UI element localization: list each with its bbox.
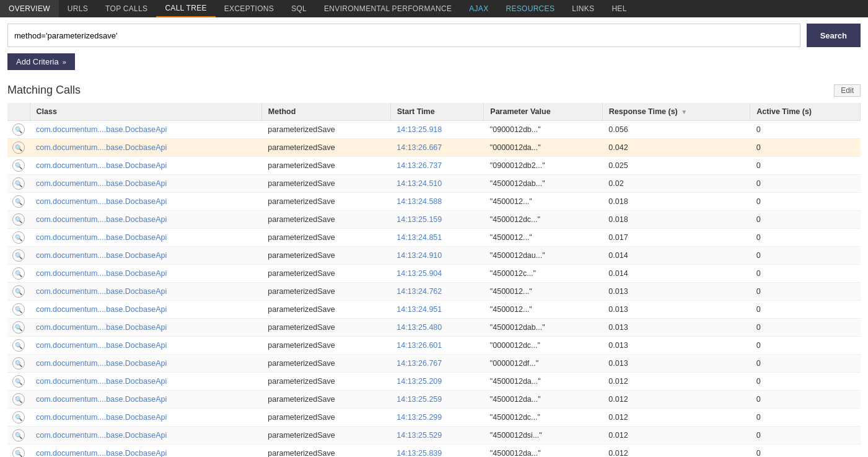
chevron-icon: » xyxy=(63,58,66,66)
row-response-time: 0.014 xyxy=(602,247,750,265)
row-icon-cell: 🔍 xyxy=(7,337,30,355)
row-start-time: 14:13:26.767 xyxy=(390,355,484,373)
row-response-time: 0.014 xyxy=(602,265,750,283)
nav-exceptions[interactable]: EXCEPTIONS xyxy=(216,0,283,17)
row-class: com.documentum....base.DocbaseApi xyxy=(30,337,261,355)
results-table: Class Method Start Time Parameter Value … xyxy=(7,103,861,457)
row-start-time: 14:13:26.601 xyxy=(390,337,484,355)
row-class: com.documentum....base.DocbaseApi xyxy=(30,283,261,301)
row-param-value: "4500012dc..." xyxy=(484,211,603,229)
nav-hel[interactable]: HEL xyxy=(603,0,635,17)
search-row-icon[interactable]: 🔍 xyxy=(12,393,25,406)
search-row-icon[interactable]: 🔍 xyxy=(12,123,25,136)
row-response-time: 0.013 xyxy=(602,319,750,337)
table-row: 🔍com.documentum....base.DocbaseApiparame… xyxy=(7,391,861,409)
row-start-time: 14:13:25.918 xyxy=(390,121,484,139)
row-param-value: "4500012dsi..." xyxy=(484,427,603,445)
row-class: com.documentum....base.DocbaseApi xyxy=(30,391,261,409)
row-active-time: 0 xyxy=(750,373,861,391)
row-active-time: 0 xyxy=(750,211,861,229)
search-row-icon[interactable]: 🔍 xyxy=(12,429,25,441)
col-start-time: Start Time xyxy=(390,103,484,121)
section-header: Matching Calls Edit xyxy=(7,84,861,97)
col-response-time[interactable]: Response Time (s) ▼ xyxy=(602,103,750,121)
row-start-time: 14:13:25.299 xyxy=(390,409,484,427)
search-row-icon[interactable]: 🔍 xyxy=(12,285,25,298)
row-method: parameterizedSave xyxy=(261,193,390,211)
search-row-icon[interactable]: 🔍 xyxy=(12,339,25,352)
search-row-icon[interactable]: 🔍 xyxy=(12,213,25,226)
row-icon-cell: 🔍 xyxy=(7,301,30,319)
table-row: 🔍com.documentum....base.DocbaseApiparame… xyxy=(7,229,861,247)
row-active-time: 0 xyxy=(750,121,861,139)
row-param-value: "0000012da..." xyxy=(484,139,603,157)
search-row-icon[interactable]: 🔍 xyxy=(12,177,25,190)
row-class: com.documentum....base.DocbaseApi xyxy=(30,373,261,391)
search-input[interactable] xyxy=(7,24,800,47)
nav-call-tree[interactable]: CALL TREE xyxy=(156,0,215,17)
row-class: com.documentum....base.DocbaseApi xyxy=(30,193,261,211)
col-method: Method xyxy=(261,103,390,121)
row-method: parameterizedSave xyxy=(261,283,390,301)
row-response-time: 0.056 xyxy=(602,121,750,139)
search-row-icon[interactable]: 🔍 xyxy=(12,375,25,388)
search-row-icon[interactable]: 🔍 xyxy=(12,141,25,154)
row-method: parameterizedSave xyxy=(261,373,390,391)
add-criteria-button[interactable]: Add Criteria » xyxy=(7,53,75,70)
nav-resources[interactable]: RESOURCES xyxy=(497,0,563,17)
row-icon-cell: 🔍 xyxy=(7,121,30,139)
row-param-value: "4500012da..." xyxy=(484,391,603,409)
search-row-icon[interactable]: 🔍 xyxy=(12,267,25,280)
row-icon-cell: 🔍 xyxy=(7,355,30,373)
search-row-icon[interactable]: 🔍 xyxy=(12,357,25,370)
table-row: 🔍com.documentum....base.DocbaseApiparame… xyxy=(7,211,861,229)
row-param-value: "4500012c..." xyxy=(484,265,603,283)
row-param-value: "0900012db2..." xyxy=(484,157,603,175)
table-row: 🔍com.documentum....base.DocbaseApiparame… xyxy=(7,139,861,157)
row-response-time: 0.018 xyxy=(602,211,750,229)
search-row-icon[interactable]: 🔍 xyxy=(12,159,25,172)
row-response-time: 0.013 xyxy=(602,337,750,355)
row-response-time: 0.025 xyxy=(602,157,750,175)
row-class: com.documentum....base.DocbaseApi xyxy=(30,121,261,139)
row-active-time: 0 xyxy=(750,427,861,445)
row-class: com.documentum....base.DocbaseApi xyxy=(30,247,261,265)
row-start-time: 14:13:25.209 xyxy=(390,373,484,391)
nav-overview[interactable]: OVERVIEW xyxy=(0,0,59,17)
row-param-value: "4500012..." xyxy=(484,229,603,247)
nav-top-calls[interactable]: TOP CALLS xyxy=(97,0,156,17)
row-method: parameterizedSave xyxy=(261,139,390,157)
nav-urls[interactable]: URLS xyxy=(59,0,97,17)
row-param-value: "4500012dau..." xyxy=(484,247,603,265)
nav-env-perf[interactable]: ENVIRONMENTAL PERFORMANCE xyxy=(315,0,460,17)
edit-button[interactable]: Edit xyxy=(834,84,861,97)
table-row: 🔍com.documentum....base.DocbaseApiparame… xyxy=(7,427,861,445)
search-button[interactable]: Search xyxy=(807,24,861,47)
row-class: com.documentum....base.DocbaseApi xyxy=(30,409,261,427)
table-row: 🔍com.documentum....base.DocbaseApiparame… xyxy=(7,283,861,301)
row-icon-cell: 🔍 xyxy=(7,139,30,157)
nav-ajax[interactable]: AJAX xyxy=(460,0,497,17)
section-title: Matching Calls xyxy=(7,84,81,97)
search-row-icon[interactable]: 🔍 xyxy=(12,195,25,208)
search-row-icon[interactable]: 🔍 xyxy=(12,447,25,457)
row-response-time: 0.017 xyxy=(602,229,750,247)
row-icon-cell: 🔍 xyxy=(7,427,30,445)
search-row-icon[interactable]: 🔍 xyxy=(12,321,25,334)
col-class: Class xyxy=(30,103,261,121)
search-row-icon[interactable]: 🔍 xyxy=(12,249,25,262)
row-start-time: 14:13:24.588 xyxy=(390,193,484,211)
row-active-time: 0 xyxy=(750,229,861,247)
row-icon-cell: 🔍 xyxy=(7,247,30,265)
nav-links[interactable]: LINKS xyxy=(563,0,603,17)
search-row-icon[interactable]: 🔍 xyxy=(12,303,25,316)
row-response-time: 0.018 xyxy=(602,193,750,211)
search-row-icon[interactable]: 🔍 xyxy=(12,231,25,244)
nav-sql[interactable]: SQL xyxy=(283,0,315,17)
table-row: 🔍com.documentum....base.DocbaseApiparame… xyxy=(7,193,861,211)
row-start-time: 14:13:26.737 xyxy=(390,157,484,175)
search-row-icon[interactable]: 🔍 xyxy=(12,411,25,424)
table-header-row: Class Method Start Time Parameter Value … xyxy=(7,103,861,121)
row-active-time: 0 xyxy=(750,157,861,175)
row-active-time: 0 xyxy=(750,445,861,458)
